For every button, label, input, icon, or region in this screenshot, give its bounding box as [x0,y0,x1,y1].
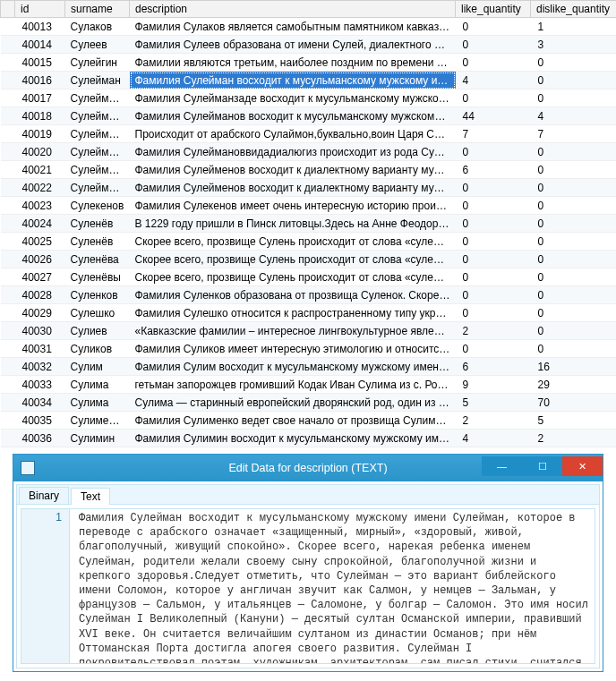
cell-description[interactable]: В 1229 году пришли в Пинск литовцы.Здесь… [130,215,456,233]
cell-id[interactable]: 40031 [15,340,65,358]
cell-surname[interactable]: Сулименко [65,412,130,430]
cell-description[interactable]: Фамилия Сулекенов имеет очень интересную… [130,197,456,215]
cell-dislike[interactable]: 0 [531,197,617,215]
cell-id[interactable]: 40029 [15,304,65,322]
cell-dislike[interactable]: 0 [531,72,617,89]
cell-description[interactable]: Фамилия Сулаков является самобытным памя… [130,18,456,36]
cell-like[interactable]: 0 [456,268,531,286]
tab-text[interactable]: Text [71,488,110,505]
cell-like[interactable]: 44 [456,107,531,125]
table-row[interactable]: 40031СуликовФамилия Суликов имеет интере… [1,340,617,358]
cell-description[interactable]: Происходит от арабского Сулаймон,букваль… [130,125,456,143]
cell-dislike[interactable]: 0 [531,251,617,268]
table-row[interactable]: 40025СуленёвСкорее всего, прозвище Сулен… [1,233,617,251]
table-row[interactable]: 40021СулейменовФамилия Сулейменов восход… [1,161,617,179]
cell-surname[interactable]: Сулейманов [65,125,130,143]
cell-surname[interactable]: Сулешко [65,304,130,322]
cell-surname[interactable]: Суленков [65,286,130,304]
cell-surname[interactable]: Сулим [65,358,130,376]
cell-surname[interactable]: Сулейман [65,72,130,89]
cell-dislike[interactable]: 0 [531,322,617,340]
cell-dislike[interactable]: 0 [531,179,617,197]
cell-description[interactable]: Фамилия Сулим восходит к мусульманскому … [130,358,456,376]
header-description[interactable]: description [130,1,456,18]
cell-surname[interactable]: Сулейгин [65,54,130,72]
cell-surname[interactable]: Сулиев [65,322,130,340]
header-dislike[interactable]: dislike_quantity [531,1,617,18]
cell-like[interactable]: 9 [456,376,531,394]
cell-like[interactable]: 0 [456,179,531,197]
tab-binary[interactable]: Binary [19,487,69,504]
table-row[interactable]: 40019СулеймановПроисходит от арабского С… [1,125,617,143]
cell-surname[interactable]: Сулима [65,376,130,394]
cell-dislike[interactable]: 0 [531,54,617,72]
table-row[interactable]: 40022СулейменовФамилия Сулейменов восход… [1,179,617,197]
cell-id[interactable]: 40027 [15,268,65,286]
table-row[interactable]: 40030Сулиев«Кавказские фамилии – интерес… [1,322,617,340]
table-row[interactable]: 40027СуленёвыСкорее всего, прозвище Суле… [1,268,617,286]
cell-like[interactable]: 0 [456,251,531,268]
minimize-button[interactable]: — [482,456,522,476]
cell-description[interactable]: «Кавказские фамилии – интересное лингвок… [130,322,456,340]
cell-description[interactable]: Фамилия Сулименко ведет свое начало от п… [130,412,456,430]
cell-dislike[interactable]: 0 [531,304,617,322]
cell-like[interactable]: 7 [456,125,531,143]
cell-description[interactable]: Фамилия Суликов имеет интересную этимоло… [130,340,456,358]
close-button[interactable]: ✕ [562,456,603,476]
cell-description[interactable]: Сулима — старинный европейский дворянски… [130,394,456,412]
cell-like[interactable]: 4 [456,430,531,447]
cell-id[interactable]: 40014 [15,36,65,54]
cell-description[interactable]: Фамилия Сулейманов восходит к мусульманс… [130,107,456,125]
cell-like[interactable]: 0 [456,340,531,358]
cell-id[interactable]: 40034 [15,394,65,412]
table-row[interactable]: 40018СулеймановФамилия Сулейманов восход… [1,107,617,125]
cell-description[interactable]: Фамилия Сулейман восходит к мусульманско… [130,72,456,89]
cell-description[interactable]: Фамилия Сулеймановвидадиалюгиз происходи… [130,143,456,161]
cell-surname[interactable]: Сулейман… [65,143,130,161]
cell-dislike[interactable]: 2 [531,430,617,447]
cell-dislike[interactable]: 0 [531,215,617,233]
cell-like[interactable]: 6 [456,161,531,179]
cell-surname[interactable]: Сулейменов [65,161,130,179]
cell-id[interactable]: 40030 [15,322,65,340]
table-row[interactable]: 40024СуленёвВ 1229 году пришли в Пинск л… [1,215,617,233]
cell-id[interactable]: 40015 [15,54,65,72]
header-surname[interactable]: surname [65,1,130,18]
cell-id[interactable]: 40013 [15,18,65,36]
table-row[interactable]: 40029СулешкоФамилия Сулешко относится к … [1,304,617,322]
cell-like[interactable]: 0 [456,304,531,322]
cell-surname[interactable]: Сулима [65,394,130,412]
cell-surname[interactable]: Сулейманов [65,107,130,125]
cell-like[interactable]: 0 [456,89,531,107]
cell-like[interactable]: 0 [456,286,531,304]
cell-like[interactable]: 5 [456,394,531,412]
cell-dislike[interactable]: 29 [531,376,617,394]
header-id[interactable]: id [15,1,65,18]
cell-dislike[interactable]: 0 [531,340,617,358]
table-row[interactable]: 40020Сулейман…Фамилия Сулеймановвидадиал… [1,143,617,161]
table-row[interactable]: 40028СуленковФамилия Суленков образована… [1,286,617,304]
cell-dislike[interactable]: 7 [531,125,617,143]
cell-description[interactable]: Фамилия Сулейманзаде восходит к мусульма… [130,89,456,107]
cell-surname[interactable]: Сулекенов [65,197,130,215]
table-row[interactable]: 40033Сулимагетьман запорожцев громивший … [1,376,617,394]
cell-like[interactable]: 0 [456,18,531,36]
cell-id[interactable]: 40025 [15,233,65,251]
cell-surname[interactable]: Суликов [65,340,130,358]
table-row[interactable]: 40014СулеевФамилия Сулеев образована от … [1,36,617,54]
cell-surname[interactable]: Суленёв [65,233,130,251]
cell-id[interactable]: 40018 [15,107,65,125]
cell-description[interactable]: Фамилия Сулешко относится к распростране… [130,304,456,322]
cell-description[interactable]: Фамилия Суленков образована от прозвища … [130,286,456,304]
cell-surname[interactable]: Сулимин [65,430,130,447]
table-row[interactable]: 40032СулимФамилия Сулим восходит к мусул… [1,358,617,376]
cell-like[interactable]: 0 [456,54,531,72]
table-row[interactable]: 40035СулименкоФамилия Сулименко ведет св… [1,412,617,430]
cell-dislike[interactable]: 0 [531,161,617,179]
cell-id[interactable]: 40021 [15,161,65,179]
table-row[interactable]: 40036СулиминФамилия Сулимин восходит к м… [1,430,617,447]
cell-description[interactable]: Скорее всего, прозвище Сулень происходит… [130,251,456,268]
cell-dislike[interactable]: 1 [531,18,617,36]
cell-dislike[interactable]: 0 [531,268,617,286]
cell-id[interactable]: 40020 [15,143,65,161]
